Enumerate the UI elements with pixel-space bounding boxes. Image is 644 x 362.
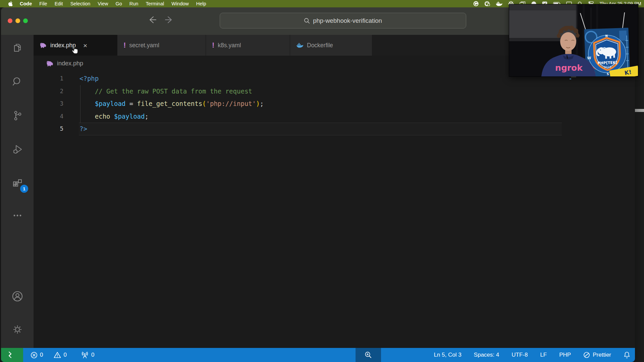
- line-number: 3: [34, 98, 63, 110]
- cursor-position-status[interactable]: Ln 5, Col 3: [434, 352, 461, 358]
- tab-dockerfile[interactable]: Dockerfile: [290, 35, 372, 56]
- code-line-2[interactable]: // Get the raw POST data from the reques…: [79, 85, 635, 98]
- sidebar-item-search[interactable]: [1, 72, 34, 92]
- ports-count: 0: [91, 352, 94, 358]
- language-status[interactable]: PHP: [559, 352, 571, 358]
- menu-item-file[interactable]: File: [36, 0, 51, 7]
- svg-text:ngrok: ngrok: [555, 63, 583, 73]
- menu-item-window[interactable]: Window: [168, 0, 193, 7]
- svg-text:N: N: [605, 34, 608, 38]
- zoom-in-icon: [365, 351, 372, 359]
- line-number: 5: [34, 123, 63, 135]
- remote-icon: [8, 351, 16, 359]
- close-tab-icon[interactable]: ×: [83, 42, 87, 49]
- warnings-count: 0: [63, 352, 66, 358]
- line-numbers: 12345: [34, 72, 63, 135]
- privacy-lock-icon[interactable]: [484, 1, 490, 6]
- tab-label: secret.yaml: [129, 42, 159, 49]
- grammarly-icon[interactable]: [473, 1, 479, 6]
- docker-whale-icon: [296, 43, 304, 48]
- remote-indicator[interactable]: [1, 348, 23, 362]
- close-window-button[interactable]: [8, 18, 12, 23]
- prettier-circle-slash-icon: [583, 352, 590, 358]
- menu-item-selection[interactable]: Selection: [67, 0, 94, 7]
- forward-arrow-icon[interactable]: [165, 15, 173, 24]
- sidebar-item-explorer[interactable]: [1, 38, 34, 58]
- menu-item-run[interactable]: Run: [126, 0, 142, 7]
- mouse-cursor-hand: [71, 46, 79, 54]
- search-value: php-webhook-verification: [313, 17, 382, 24]
- tab-label: k8s.yaml: [218, 42, 241, 49]
- line-number: 1: [34, 72, 63, 85]
- encoding-status[interactable]: UTF-8: [512, 352, 528, 358]
- svg-text:K!: K!: [624, 69, 632, 76]
- php-elephant-icon: [46, 60, 54, 67]
- ports-indicator[interactable]: 0: [81, 352, 94, 359]
- indentation-status[interactable]: Spaces: 4: [474, 352, 499, 358]
- tab-k8s-yaml[interactable]: ! k8s.yaml: [206, 35, 290, 56]
- eol-status[interactable]: LF: [540, 352, 547, 358]
- status-bar: 0 0 0 Ln 5, Col 3 Spaces: 4 UTF-8 LF PHP…: [1, 348, 635, 362]
- errors-count: 0: [40, 352, 43, 358]
- code-editor[interactable]: 12345 <?php // Get the raw POST data fro…: [34, 71, 635, 348]
- php-elephant-icon: [40, 42, 47, 48]
- menu-item-edit[interactable]: Edit: [51, 0, 67, 7]
- account-icon[interactable]: [1, 286, 34, 306]
- background-window-edge: [635, 109, 644, 112]
- svg-text:PHP[TEK]: PHP[TEK]: [597, 60, 617, 65]
- minimap-line: [570, 78, 571, 79]
- tab-label: Dockerfile: [307, 42, 333, 49]
- apple-logo-icon[interactable]: [8, 1, 13, 6]
- traffic-lights: [8, 18, 28, 23]
- menu-item-terminal[interactable]: Terminal: [142, 0, 168, 7]
- sidebar-item-extensions[interactable]: 1: [1, 173, 34, 193]
- yaml-icon: !: [123, 42, 126, 49]
- yaml-icon: !: [212, 42, 214, 49]
- search-icon: [304, 18, 310, 24]
- sidebar-item-run-debug[interactable]: [1, 139, 34, 160]
- zoom-status-item[interactable]: [356, 348, 381, 362]
- webcam-overlay: PHP[TEK] 2024 N S W K!: [509, 4, 638, 76]
- code-lines: <?php // Get the raw POST data from the …: [79, 72, 635, 135]
- docker-menubar-icon[interactable]: [496, 1, 502, 6]
- svg-text:S: S: [607, 72, 609, 76]
- breadcrumb-item-file[interactable]: index.php: [46, 60, 83, 67]
- warnings-icon: [54, 352, 61, 358]
- tab-secret-yaml[interactable]: ! secret.yaml: [117, 35, 206, 56]
- breadcrumb-filename: index.php: [57, 60, 83, 67]
- formatter-status[interactable]: Prettier: [583, 352, 611, 358]
- sidebar-item-source-control[interactable]: [1, 106, 34, 126]
- svg-text:2024: 2024: [604, 65, 611, 69]
- menu-items: CodeFileEditSelectionViewGoRunTerminalWi…: [16, 0, 210, 7]
- errors-icon: [31, 352, 38, 359]
- line-number: 4: [34, 110, 63, 123]
- line-number: 2: [34, 85, 63, 98]
- sidebar-item-more[interactable]: [1, 205, 34, 226]
- maximize-window-button[interactable]: [23, 18, 28, 23]
- notifications-bell-icon[interactable]: [624, 351, 630, 359]
- menu-item-help[interactable]: Help: [193, 0, 210, 7]
- svg-text:W: W: [587, 56, 591, 60]
- menu-item-code[interactable]: Code: [16, 0, 36, 7]
- code-line-4[interactable]: echo $payload;: [79, 110, 635, 123]
- radio-tower-icon: [81, 352, 89, 359]
- activity-bar: 1: [1, 35, 34, 348]
- settings-gear-icon[interactable]: [1, 319, 34, 340]
- code-line-5[interactable]: ?>: [79, 123, 635, 135]
- back-arrow-icon[interactable]: [148, 15, 157, 24]
- extensions-badge: 1: [20, 185, 28, 193]
- code-line-3[interactable]: $payload = file_get_contents('php://inpu…: [79, 98, 635, 110]
- minimize-window-button[interactable]: [15, 18, 20, 23]
- menu-item-view[interactable]: View: [94, 0, 112, 7]
- command-center-search[interactable]: php-webhook-verification: [220, 13, 466, 28]
- problems-indicator[interactable]: 0 0: [31, 352, 67, 359]
- menu-item-go[interactable]: Go: [112, 0, 125, 7]
